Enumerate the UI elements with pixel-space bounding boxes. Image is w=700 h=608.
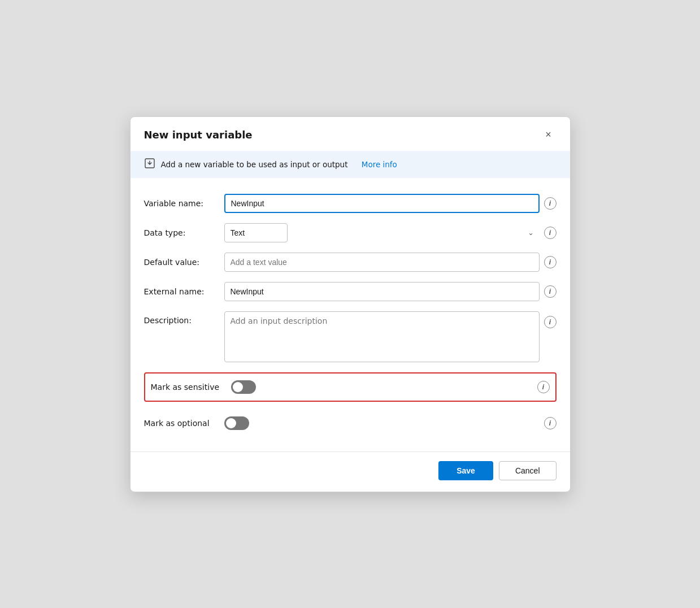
mark-sensitive-controls: i: [231, 380, 550, 394]
mark-sensitive-row: Mark as sensitive i: [144, 372, 556, 402]
description-row: Description: i: [144, 311, 556, 362]
dialog-footer: Save Cancel: [131, 452, 570, 492]
variable-name-input[interactable]: [224, 194, 540, 213]
external-name-label: External name:: [144, 287, 218, 296]
default-value-row: Default value: i: [144, 253, 556, 272]
close-button[interactable]: ×: [541, 127, 556, 143]
description-control: i: [224, 311, 556, 362]
save-button[interactable]: Save: [438, 461, 493, 480]
mark-optional-controls: i: [224, 416, 556, 430]
mark-optional-toggle[interactable]: [224, 416, 249, 430]
banner-text: Add a new variable to be used as input o…: [161, 160, 348, 169]
variable-name-row: Variable name: i: [144, 194, 556, 213]
info-banner: Add a new variable to be used as input o…: [131, 151, 570, 178]
description-label: Description:: [144, 311, 218, 325]
data-type-label: Data type:: [144, 228, 218, 237]
mark-sensitive-toggle[interactable]: [231, 380, 256, 394]
external-name-info-button[interactable]: i: [544, 285, 556, 298]
external-name-row: External name: i: [144, 282, 556, 301]
description-textarea[interactable]: [224, 311, 540, 362]
variable-name-control: i: [224, 194, 556, 213]
variable-name-label: Variable name:: [144, 199, 218, 208]
toggle-knob-optional: [226, 418, 236, 428]
dialog-title: New input variable: [144, 129, 253, 141]
data-type-row: Data type: Text Number Boolean List Data…: [144, 223, 556, 242]
variable-name-info-button[interactable]: i: [544, 197, 556, 210]
data-type-control: Text Number Boolean List Datarow Custom …: [224, 223, 556, 242]
data-type-select[interactable]: Text Number Boolean List Datarow Custom …: [224, 223, 288, 242]
mark-sensitive-label: Mark as sensitive: [151, 383, 224, 392]
data-type-select-wrap: Text Number Boolean List Datarow Custom …: [224, 223, 540, 242]
default-value-info-button[interactable]: i: [544, 256, 556, 268]
dialog-header: New input variable ×: [131, 117, 570, 151]
toggle-knob-sensitive: [233, 382, 243, 392]
more-info-link[interactable]: More info: [362, 160, 397, 169]
external-name-input[interactable]: [224, 282, 540, 301]
default-value-label: Default value:: [144, 258, 218, 267]
cancel-button[interactable]: Cancel: [499, 461, 556, 480]
external-name-control: i: [224, 282, 556, 301]
download-icon: [144, 158, 155, 171]
dialog-body: Variable name: i Data type: Text Number …: [131, 178, 570, 447]
data-type-info-button[interactable]: i: [544, 227, 556, 239]
default-value-control: i: [224, 253, 556, 272]
mark-sensitive-info-button[interactable]: i: [537, 381, 550, 393]
mark-optional-row: Mark as optional i: [144, 409, 556, 438]
chevron-down-icon: ⌄: [528, 229, 533, 237]
mark-optional-info-button[interactable]: i: [544, 417, 556, 429]
new-input-variable-dialog: New input variable × Add a new variable …: [130, 116, 571, 492]
description-info-button[interactable]: i: [544, 316, 556, 328]
mark-optional-label: Mark as optional: [144, 419, 218, 428]
default-value-input[interactable]: [224, 253, 540, 272]
